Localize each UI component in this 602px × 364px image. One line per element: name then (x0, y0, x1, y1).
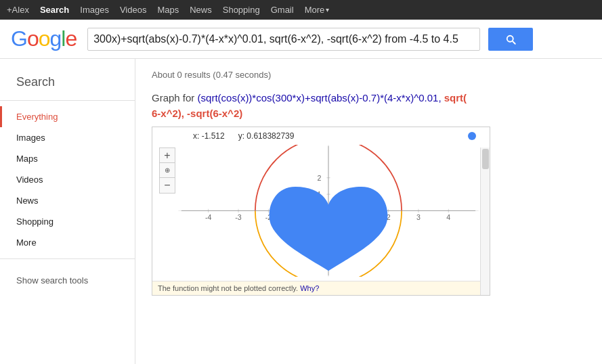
sidebar-item-maps[interactable]: Maps (0, 148, 135, 169)
sidebar: Search Everything Images Maps Videos New… (0, 59, 135, 364)
topbar-plus-alex[interactable]: +Alex (7, 5, 29, 15)
svg-text:3: 3 (416, 213, 421, 221)
sidebar-item-videos[interactable]: Videos (0, 169, 135, 190)
topbar-news[interactable]: News (190, 5, 212, 15)
main-layout: Search Everything Images Maps Videos New… (0, 59, 602, 364)
sidebar-divider (0, 100, 135, 101)
topbar-images[interactable]: Images (80, 5, 109, 15)
graph-svg: -4 -3 -2 -1 1 2 3 4 2 1 -2 (176, 145, 481, 277)
coord-dot (468, 132, 476, 140)
svg-text:4: 4 (446, 213, 450, 221)
sidebar-item-news[interactable]: News (0, 190, 135, 211)
coord-bar: x: -1.512 y: 0.618382739 (193, 127, 476, 145)
graph-label: Graph for (sqrt(cos(x))*cos(300*x)+sqrt(… (152, 91, 586, 121)
sidebar-divider-2 (0, 258, 135, 259)
coord-y: y: 0.618382739 (238, 131, 295, 141)
chevron-down-icon: ▾ (326, 6, 329, 14)
sidebar-item-more[interactable]: More (0, 232, 135, 253)
search-input-wrapper (87, 28, 480, 51)
content: About 0 results (0.47 seconds) Graph for… (135, 59, 602, 364)
graph-container[interactable]: x: -1.512 y: 0.618382739 + ⊕ − (152, 127, 490, 296)
topbar-shopping[interactable]: Shopping (223, 5, 260, 15)
graph-section: Graph for (sqrt(cos(x))*cos(300*x)+sqrt(… (152, 91, 586, 296)
zoom-in-button[interactable]: + (160, 148, 175, 163)
graph-formula-red: sqrt( (444, 92, 467, 104)
search-input[interactable] (93, 33, 474, 45)
graph-formula-red-continued: 6-x^2) (152, 108, 181, 119)
pan-button[interactable]: ⊕ (160, 163, 175, 178)
sidebar-item-everything[interactable]: Everything (0, 106, 135, 127)
topbar: +Alex Search Images Videos Maps News Sho… (0, 0, 602, 20)
zoom-controls: + ⊕ − (159, 147, 175, 194)
topbar-search[interactable]: Search (40, 5, 69, 15)
search-button[interactable] (488, 28, 533, 51)
coord-x: x: -1.512 (193, 131, 225, 141)
results-info: About 0 results (0.47 seconds) (152, 70, 586, 80)
why-link[interactable]: Why? (300, 284, 319, 292)
sidebar-item-shopping[interactable]: Shopping (0, 211, 135, 232)
sidebar-title: Search (0, 70, 135, 95)
sidebar-show-tools[interactable]: Show search tools (0, 270, 135, 291)
warning-bar: The function might not be plotted correc… (152, 281, 480, 295)
graph-formula-blue: (sqrt(cos(x))*cos(300*x)+sqrt(abs(x)-0.7… (198, 92, 442, 104)
warning-text: The function might not be plotted correc… (158, 284, 298, 292)
svg-text:2: 2 (317, 174, 321, 182)
scroll-indicator[interactable] (480, 147, 490, 296)
svg-text:-4: -4 (205, 213, 212, 221)
topbar-videos[interactable]: Videos (120, 5, 147, 15)
topbar-maps[interactable]: Maps (157, 5, 179, 15)
searchbar-row: Google (0, 20, 602, 59)
search-icon (504, 33, 517, 45)
google-logo: Google (11, 26, 77, 51)
topbar-more[interactable]: More ▾ (305, 5, 330, 15)
scroll-thumb (482, 149, 489, 169)
zoom-out-button[interactable]: − (160, 178, 175, 193)
svg-text:-3: -3 (235, 213, 242, 221)
graph-formula-red2: , -sqrt(6-x^2) (181, 108, 242, 119)
topbar-gmail[interactable]: Gmail (271, 5, 294, 15)
sidebar-item-images[interactable]: Images (0, 127, 135, 148)
graph-label-prefix: Graph for (152, 92, 194, 104)
